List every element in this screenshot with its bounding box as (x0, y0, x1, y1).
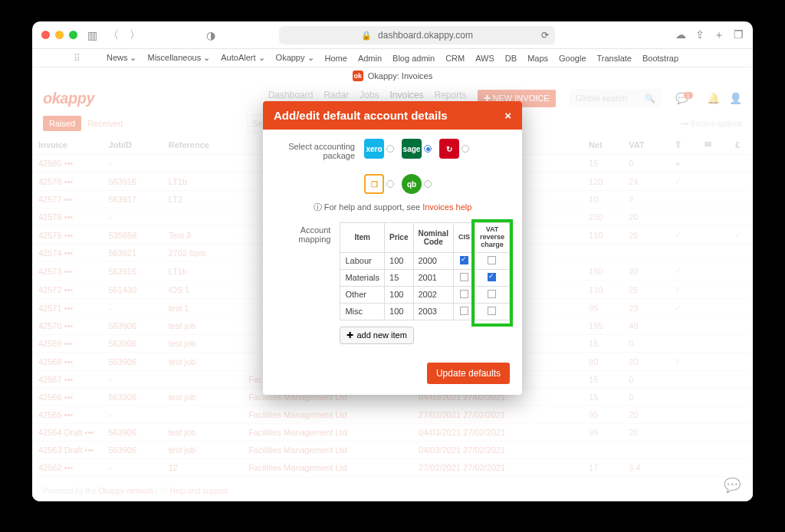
share-icon[interactable]: ⇪ (695, 28, 705, 42)
pkg-radio[interactable] (461, 145, 469, 153)
sage-icon: sage (402, 139, 422, 159)
apps-grid-icon[interactable]: ⠿ (74, 53, 81, 64)
pkg-radio[interactable] (386, 145, 394, 153)
bookmark-item[interactable]: Blog admin (392, 54, 435, 63)
invoice-col-header[interactable]: Net (583, 135, 622, 155)
brand-logo[interactable]: okappy (43, 90, 94, 107)
mapping-cell-price[interactable]: 100 (385, 303, 413, 320)
mapping-cell-item[interactable]: Materials (340, 269, 385, 286)
bookmark-item[interactable]: News ⌄ (107, 53, 137, 63)
mapping-cell-code[interactable]: 2000 (413, 252, 453, 269)
mapping-row: Other1002002 (340, 286, 510, 303)
invoices-help-link[interactable]: Invoices help (422, 202, 471, 212)
pkg-option-sage[interactable]: sage (402, 139, 432, 159)
pkg-radio[interactable] (386, 180, 394, 188)
new-tab-icon[interactable]: ＋ (714, 28, 724, 42)
invoice-col-header[interactable]: ⇪ (662, 135, 692, 155)
chip-received[interactable]: Received (87, 119, 123, 128)
bookmark-item[interactable]: Miscellaneous ⌄ (148, 53, 211, 63)
table-row[interactable]: 42565 •••-Facilities Management Ltd27/02… (32, 406, 753, 424)
fullscreen-window-icon[interactable] (69, 31, 77, 39)
mapping-cell-item[interactable]: Misc (340, 303, 385, 320)
bookmark-item[interactable]: AWS (475, 54, 494, 63)
mapping-cell-code[interactable]: 2002 (413, 286, 453, 303)
invoice-col-header[interactable]: Reference (163, 135, 242, 155)
mapping-row: Misc1002003 (340, 303, 510, 320)
chip-raised[interactable]: Raised (43, 116, 81, 131)
nav-back-icon[interactable]: 〈 (107, 28, 120, 42)
pkg-option-sync[interactable]: ↻ (439, 139, 469, 159)
pkg-option-xero[interactable]: xero (364, 139, 394, 159)
privacy-shield-icon[interactable]: ◑ (206, 29, 215, 41)
invoice-options-link[interactable]: ••• Invoice options (681, 120, 742, 128)
mapping-cell-item[interactable]: Other (340, 286, 385, 303)
minimize-window-icon[interactable] (55, 31, 64, 39)
invoice-col-header[interactable]: £ (723, 135, 753, 155)
default-account-modal: Add/edit default account details × Selec… (263, 101, 522, 395)
cis-checkbox[interactable] (460, 273, 468, 281)
update-defaults-button[interactable]: Update defaults (427, 363, 510, 384)
table-row[interactable]: 42564 Draft •••563906test jobFacilities … (32, 424, 753, 442)
invoice-col-header[interactable]: VAT (622, 135, 662, 155)
mapping-cell-vat (475, 252, 509, 269)
notif-badge: 1 (684, 92, 693, 99)
mapping-cell-price[interactable]: 100 (385, 252, 413, 269)
add-new-item-button[interactable]: ✚ add new item (340, 327, 413, 344)
bell-icon[interactable]: 🔔 (707, 92, 720, 104)
pkg-radio[interactable] (424, 145, 432, 153)
bookmark-item[interactable]: Okappy ⌄ (276, 53, 314, 63)
invoice-col-header[interactable]: Invoice (32, 135, 102, 155)
invoice-col-header[interactable]: JobID (102, 135, 162, 155)
vat-checkbox[interactable] (488, 273, 496, 281)
bookmark-item[interactable]: CRM (445, 54, 465, 63)
browser-tab[interactable]: ok Okappy: Invoices (32, 67, 753, 84)
mapping-cell-cis (453, 269, 475, 286)
vat-checkbox[interactable] (488, 307, 496, 315)
pkg-option-file[interactable]: ❐ (364, 174, 394, 194)
close-window-icon[interactable] (41, 31, 50, 39)
bookmark-item[interactable]: Bootstrap (642, 54, 678, 63)
pkg-radio[interactable] (424, 180, 432, 188)
chat-bubble-icon[interactable]: 💬 (724, 477, 741, 494)
mapping-cell-item[interactable]: Labour (340, 252, 385, 269)
accounting-package-options: xerosage↻❐qb (364, 139, 502, 194)
bookmark-item[interactable]: Translate (597, 54, 632, 63)
mapping-cell-price[interactable]: 15 (385, 269, 413, 286)
browser-titlebar: ▥ 〈 〉 ◑ 🔒 dashboard.okappy.com ⟳ ☁︎ ⇪ ＋ … (32, 21, 753, 49)
mapping-cell-price[interactable]: 100 (385, 286, 413, 303)
bookmark-item[interactable]: Google (559, 54, 586, 63)
table-row[interactable]: 42563 Draft •••563906test jobFacilities … (32, 442, 753, 459)
cloud-download-icon[interactable]: ☁︎ (675, 28, 686, 42)
table-row[interactable]: 42562 •••-12Facilities Management Ltd27/… (32, 459, 753, 477)
global-search-input[interactable]: Global search 🔍 (570, 89, 662, 107)
mapping-cell-code[interactable]: 2003 (413, 303, 453, 320)
mapping-header: Nominal Code (413, 223, 453, 253)
bookmark-item[interactable]: Admin (358, 54, 382, 63)
footer-help-link[interactable]: Help and support (169, 487, 228, 495)
sidebar-toggle-icon[interactable]: ▥ (85, 29, 99, 41)
bookmark-item[interactable]: Maps (527, 54, 548, 63)
user-avatar-icon[interactable]: 👤 (729, 92, 742, 104)
cis-checkbox[interactable] (460, 256, 468, 264)
pkg-option-qb[interactable]: qb (402, 174, 432, 194)
url-bar[interactable]: 🔒 dashboard.okappy.com ⟳ (279, 26, 555, 44)
mapping-row: Materials152001 (340, 269, 510, 286)
bookmark-item[interactable]: Home (325, 54, 347, 63)
modal-close-icon[interactable]: × (504, 109, 511, 122)
tabs-overview-icon[interactable]: ❐ (734, 28, 744, 42)
bookmark-item[interactable]: DB (505, 54, 517, 63)
cis-checkbox[interactable] (460, 290, 468, 298)
vat-checkbox[interactable] (488, 256, 496, 264)
invoice-col-header[interactable]: ✉ (693, 135, 723, 155)
bookmark-item[interactable]: AutoAlert ⌄ (221, 53, 264, 63)
mapping-cell-code[interactable]: 2001 (413, 269, 453, 286)
window-controls[interactable] (41, 31, 77, 39)
search-placeholder: Global search (576, 94, 628, 103)
cis-checkbox[interactable] (460, 307, 468, 315)
chat-icon[interactable]: 💬1 (675, 92, 698, 104)
mapping-cell-vat (475, 286, 509, 303)
nav-forward-icon[interactable]: 〉 (128, 28, 142, 42)
footer-network-link[interactable]: Okappy network (98, 487, 153, 495)
reload-icon[interactable]: ⟳ (541, 26, 549, 44)
vat-checkbox[interactable] (488, 290, 496, 298)
